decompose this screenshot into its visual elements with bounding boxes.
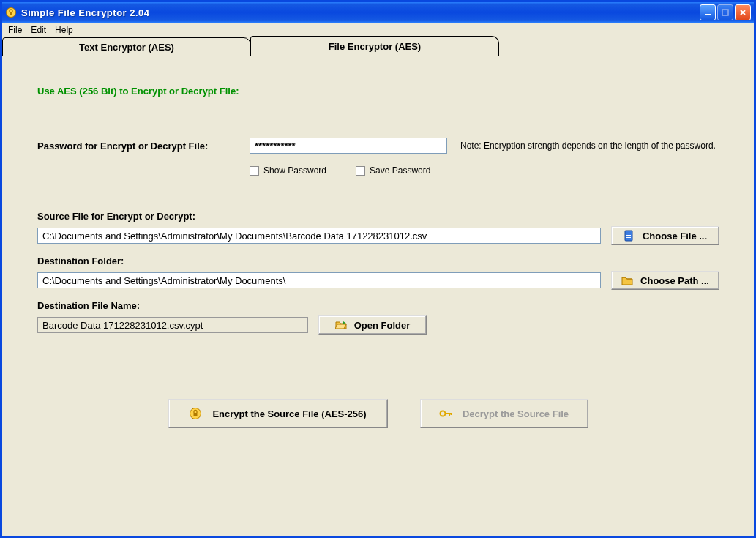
tab-spacer: [498, 37, 754, 56]
svg-rect-13: [450, 413, 452, 415]
menu-help[interactable]: Help: [55, 25, 73, 35]
tab-text-encryptor[interactable]: Text Encryptor (AES): [2, 37, 251, 56]
checkbox-icon: [356, 166, 365, 176]
svg-rect-12: [449, 413, 450, 416]
app-lock-icon: [5, 7, 17, 18]
choose-path-button[interactable]: Choose Path ...: [611, 271, 719, 290]
checkbox-icon: [250, 166, 259, 176]
decrypt-button[interactable]: Decrypt the Source File: [420, 399, 588, 428]
app-window: Simple File Encryptor 2.04 File Edit Hel…: [0, 0, 756, 538]
dest-folder-input[interactable]: [37, 272, 601, 288]
content-pane: Use AES (256 Bit) to Encrypt or Decrypt …: [2, 56, 754, 536]
window-controls: [700, 4, 751, 20]
menubar: File Edit Help: [2, 23, 754, 37]
open-folder-label: Open Folder: [354, 320, 411, 331]
dest-file-row: Barcode Data 171228231012.csv.cypt Open …: [37, 315, 719, 335]
svg-rect-5: [626, 233, 631, 233]
lock-icon: [189, 407, 202, 420]
folder-icon: [621, 274, 633, 286]
choose-file-button[interactable]: Choose File ...: [611, 226, 719, 245]
minimize-button[interactable]: [700, 4, 716, 20]
save-password-label: Save Password: [370, 165, 430, 176]
svg-rect-6: [626, 235, 631, 236]
source-row: Choose File ...: [37, 226, 719, 245]
open-folder-icon: [335, 319, 347, 331]
choose-path-label: Choose Path ...: [640, 275, 709, 286]
menu-file[interactable]: File: [8, 25, 22, 35]
window-title: Simple File Encryptor 2.04: [21, 7, 700, 18]
password-options: Show Password Save Password: [250, 165, 719, 176]
source-label: Source File for Encrypt or Decrypt:: [37, 211, 719, 222]
password-label: Password for Encrypt or Decrypt File:: [37, 141, 250, 152]
password-row: Password for Encrypt or Decrypt File: No…: [37, 138, 719, 154]
svg-rect-9: [194, 413, 198, 416]
dest-file-label: Destination File Name:: [37, 300, 719, 311]
encrypt-label: Encrypt the Source File (AES-256): [212, 408, 366, 419]
svg-rect-1: [10, 12, 12, 15]
action-row: Encrypt the Source File (AES-256) Decryp…: [37, 399, 719, 428]
encrypt-button[interactable]: Encrypt the Source File (AES-256): [168, 399, 388, 428]
tab-file-encryptor[interactable]: File Encryptor (AES): [250, 36, 499, 56]
show-password-label: Show Password: [263, 165, 326, 176]
svg-point-10: [440, 411, 445, 416]
titlebar: Simple File Encryptor 2.04: [2, 2, 754, 23]
show-password-checkbox[interactable]: Show Password: [250, 165, 326, 176]
file-icon: [624, 230, 635, 242]
dest-folder-row: Choose Path ...: [37, 271, 719, 290]
svg-rect-7: [626, 237, 631, 238]
open-folder-button[interactable]: Open Folder: [318, 315, 427, 335]
choose-file-label: Choose File ...: [643, 231, 707, 242]
source-file-input[interactable]: [37, 228, 601, 244]
tab-row: Text Encryptor (AES) File Encryptor (AES…: [2, 37, 754, 56]
key-icon: [439, 407, 452, 420]
svg-rect-3: [722, 10, 728, 15]
close-button[interactable]: [735, 4, 751, 20]
password-input[interactable]: [250, 138, 447, 154]
section-heading: Use AES (256 Bit) to Encrypt or Decrypt …: [37, 86, 719, 97]
menu-edit[interactable]: Edit: [31, 25, 46, 35]
save-password-checkbox[interactable]: Save Password: [356, 165, 430, 176]
dest-file-name: Barcode Data 171228231012.csv.cypt: [37, 317, 308, 333]
dest-folder-label: Destination Folder:: [37, 255, 719, 266]
password-note: Note: Encryption strength depends on the…: [460, 141, 716, 151]
decrypt-label: Decrypt the Source File: [463, 408, 569, 419]
maximize-button[interactable]: [717, 4, 733, 20]
svg-rect-2: [705, 14, 711, 15]
